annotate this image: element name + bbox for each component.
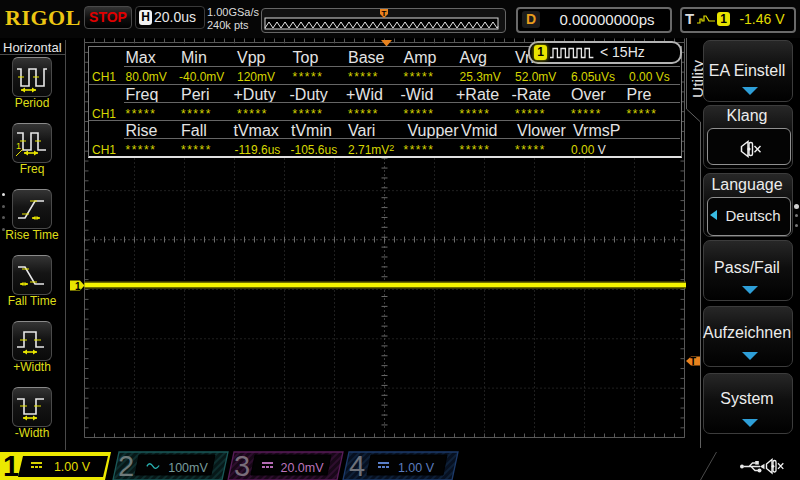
svg-text:T: T [690,356,696,367]
svg-text:1: 1 [75,281,81,292]
svg-text:4: 4 [349,450,365,480]
svg-text:2: 2 [118,450,134,480]
svg-text:3: 3 [234,450,250,480]
svg-text:T: T [382,9,387,18]
svg-text:1: 1 [16,141,21,151]
svg-text:1: 1 [3,450,19,480]
